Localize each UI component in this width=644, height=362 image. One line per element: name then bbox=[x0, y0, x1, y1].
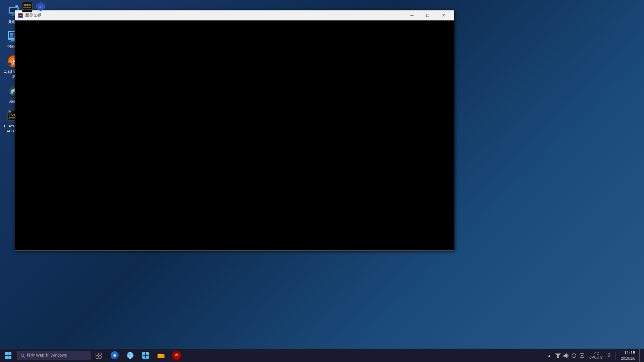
tray-extra-icon1[interactable]: ! bbox=[571, 352, 577, 359]
task-view-icon bbox=[96, 353, 102, 359]
start-button[interactable] bbox=[0, 349, 16, 362]
window-titlebar: W 魔兽世界 ─ □ ✕ bbox=[15, 10, 454, 20]
top-bar bbox=[0, 0, 3, 10]
svg-text:✓: ✓ bbox=[39, 5, 42, 9]
search-bar[interactable]: 搜索 Web 和 Windows bbox=[17, 351, 91, 360]
tray-extra-icon2[interactable] bbox=[579, 352, 585, 359]
svg-point-43 bbox=[21, 354, 24, 357]
tray-datetime[interactable]: 11:15 2019/1/8 bbox=[618, 350, 638, 361]
svg-text:BATTLEGROUNDS: BATTLEGROUNDS bbox=[22, 9, 33, 10]
window-title-icon: W bbox=[18, 13, 23, 18]
store-icon bbox=[142, 351, 150, 359]
svg-text:!: ! bbox=[574, 355, 574, 358]
svg-line-44 bbox=[23, 356, 25, 358]
svg-text:PUBG: PUBG bbox=[23, 4, 31, 7]
main-window: W 魔兽世界 ─ □ ✕ bbox=[15, 10, 454, 251]
wow-taskbar-icon: W bbox=[172, 351, 181, 360]
taskbar-explorer[interactable] bbox=[154, 349, 168, 362]
tray-language[interactable]: 英 bbox=[606, 353, 612, 358]
armor-icon[interactable]: ✓ bbox=[35, 2, 46, 12]
svg-rect-56 bbox=[146, 352, 149, 355]
taskbar-icons: e bbox=[107, 349, 184, 362]
taskbar-wow[interactable]: W bbox=[169, 349, 184, 362]
svg-rect-57 bbox=[143, 355, 145, 358]
svg-rect-10 bbox=[10, 33, 13, 36]
window-content bbox=[15, 20, 454, 250]
svg-rect-60 bbox=[557, 355, 559, 358]
search-placeholder: 搜索 Web 和 Windows bbox=[27, 353, 67, 358]
search-icon bbox=[20, 353, 25, 358]
tray-separator bbox=[615, 352, 615, 360]
svg-marker-63 bbox=[564, 353, 567, 358]
svg-rect-47 bbox=[96, 356, 98, 358]
svg-rect-62 bbox=[555, 353, 561, 354]
svg-rect-36 bbox=[23, 7, 31, 8]
svg-text:P: P bbox=[16, 5, 18, 8]
taskbar-cortana[interactable] bbox=[123, 349, 138, 362]
svg-rect-48 bbox=[99, 356, 101, 358]
tray-chevron[interactable]: ▲ bbox=[547, 353, 552, 358]
tray-volume-icon[interactable] bbox=[562, 352, 569, 359]
svg-rect-55 bbox=[143, 352, 145, 355]
pubg-top-icon[interactable]: PUBG BATTLEGROUNDS bbox=[22, 2, 33, 12]
show-desktop-button[interactable] bbox=[639, 349, 641, 362]
taskbar: 搜索 Web 和 Windows e bbox=[0, 349, 644, 362]
svg-rect-12 bbox=[10, 36, 13, 38]
svg-rect-59 bbox=[158, 355, 164, 358]
task-view-button[interactable] bbox=[93, 349, 105, 362]
tray-cpu-temp: 7°C CPU温度 bbox=[588, 352, 604, 360]
svg-rect-24 bbox=[9, 65, 10, 65]
edge-icon: e bbox=[111, 351, 119, 359]
svg-rect-58 bbox=[146, 355, 149, 358]
taskbar-store[interactable] bbox=[138, 349, 153, 362]
system-tray: ▲ bbox=[547, 349, 644, 362]
tray-time: 11:15 bbox=[621, 350, 635, 356]
window-controls: ─ □ ✕ bbox=[404, 10, 451, 20]
tray-date: 2019/1/8 bbox=[621, 356, 635, 361]
svg-rect-34 bbox=[22, 2, 32, 12]
svg-rect-23 bbox=[8, 63, 11, 65]
desktop: P 此电脑 bbox=[0, 0, 644, 362]
explorer-icon bbox=[157, 351, 165, 359]
svg-rect-45 bbox=[96, 353, 98, 355]
taskbar-edge[interactable]: e bbox=[107, 349, 122, 362]
svg-rect-46 bbox=[99, 353, 101, 355]
window-title: 魔兽世界 bbox=[25, 12, 404, 18]
svg-text:W: W bbox=[19, 14, 22, 17]
tray-icons: ! bbox=[553, 352, 587, 359]
cortana-icon bbox=[126, 351, 134, 359]
windows-logo bbox=[5, 352, 11, 359]
tray-network-icon[interactable] bbox=[554, 352, 561, 359]
close-button[interactable]: ✕ bbox=[436, 10, 451, 20]
svg-rect-61 bbox=[556, 354, 560, 355]
floating-top-icons: PUBG BATTLEGROUNDS ✓ bbox=[22, 2, 46, 12]
minimize-button[interactable]: ─ bbox=[404, 10, 420, 20]
maximize-button[interactable]: □ bbox=[420, 10, 435, 20]
